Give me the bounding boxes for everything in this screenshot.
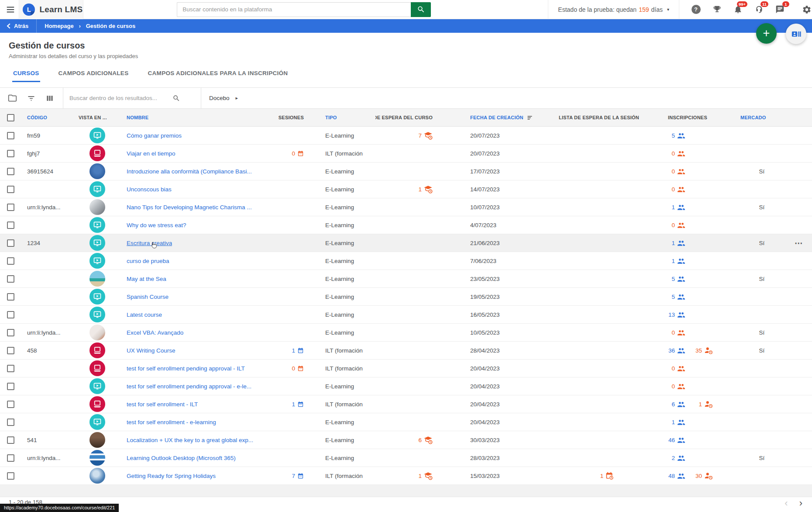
enrollments-count[interactable]: 0 (659, 221, 685, 229)
course-waitlist-count[interactable]: 7 (418, 131, 433, 140)
enrollments-count[interactable]: 46 (659, 436, 685, 444)
manage-columns-button[interactable] (45, 94, 54, 103)
table-row[interactable]: urn:li:lynda...Learning Outlook Desktop … (0, 449, 812, 467)
enrollments-count[interactable]: 1 (659, 419, 685, 426)
table-row[interactable]: 36915624Introduzione alla conformità (Co… (0, 163, 812, 180)
help-button[interactable]: ? (691, 4, 701, 15)
table-row[interactable]: Getting Ready for Spring Holidays7ILT (f… (0, 467, 812, 485)
row-checkbox[interactable] (7, 275, 14, 283)
row-checkbox[interactable] (7, 454, 14, 462)
course-name-link[interactable]: test for self enrollment pending approva… (127, 383, 251, 390)
column-header-inscripciones[interactable]: INSCRIPCIONES (659, 109, 738, 126)
folder-view-button[interactable] (8, 93, 17, 103)
breadcrumb-current[interactable]: Gestión de cursos (86, 23, 135, 29)
enrollments-count[interactable]: 48 (659, 472, 685, 480)
row-checkbox[interactable] (7, 204, 14, 211)
row-checkbox[interactable] (7, 150, 14, 157)
enrollments-count[interactable]: 0 (659, 383, 685, 390)
source-selector[interactable]: Docebo ▸ (201, 95, 246, 101)
tab-campos-adicionales[interactable]: CAMPOS ADICIONALES (58, 70, 130, 82)
column-header-nombre[interactable]: NOMBRE (120, 109, 271, 126)
table-row[interactable]: Spanish CourseE-Learning19/05/20235 (0, 288, 812, 306)
sessions-count[interactable]: 7 (292, 473, 304, 479)
table-row[interactable]: Latest courseE-Learning16/05/202313 (0, 306, 812, 324)
pending-enrollments-count[interactable]: 35 (692, 346, 713, 354)
column-header-c-digo[interactable]: CÓDIGO (22, 109, 74, 126)
tab-cursos[interactable]: CURSOS (12, 70, 40, 82)
enrollments-count[interactable]: 5 (659, 293, 685, 301)
table-row[interactable]: test for self enrollment - ILT1ILT (form… (0, 395, 812, 413)
enrollments-count[interactable]: 5 (659, 275, 685, 283)
course-name-link[interactable]: Viajar en el tiempo (127, 150, 175, 157)
course-name-link[interactable]: test for self enrollment - ILT (127, 401, 198, 408)
course-name-link[interactable]: Unconscous bias (127, 186, 172, 193)
table-row[interactable]: test for self enrollment pending approva… (0, 377, 812, 395)
breadcrumb-homepage[interactable]: Homepage (45, 23, 73, 29)
table-row[interactable]: fghj7Viajar en el tiempo0ILT (formación2… (0, 145, 812, 163)
enrollments-count[interactable]: 5 (659, 132, 685, 139)
course-waitlist-count[interactable]: 6 (418, 436, 433, 444)
table-row[interactable]: May at the SeaE-Learning23/05/20235Sí (0, 270, 812, 288)
table-row[interactable]: urn:li:lynda...Nano Tips for Developing … (0, 198, 812, 216)
course-waitlist-count[interactable]: 1 (418, 185, 433, 194)
row-checkbox[interactable] (7, 419, 14, 426)
select-all-checkbox[interactable] (7, 114, 14, 121)
enrollments-count[interactable]: 0 (659, 329, 685, 336)
app-logo[interactable]: L Learn LMS (19, 0, 83, 19)
column-header-sesiones[interactable]: SESIONES (271, 109, 310, 126)
global-search-input[interactable] (177, 2, 411, 17)
enrollments-count[interactable]: 0 (659, 168, 685, 175)
course-name-link[interactable]: May at the Sea (127, 276, 166, 282)
row-checkbox[interactable] (7, 132, 14, 139)
enrollments-count[interactable]: 1 (659, 204, 685, 211)
sessions-count[interactable]: 0 (292, 150, 304, 157)
prev-page-button[interactable]: ‹ (784, 498, 788, 508)
gamification-button[interactable] (712, 4, 722, 15)
global-search-button[interactable] (411, 2, 431, 17)
tab-campos-adicionales-para-la-inscripci-n[interactable]: CAMPOS ADICIONALES PARA LA INSCRIPCIÓN (147, 70, 289, 82)
table-row[interactable]: 458UX Writing Course1ILT (formación28/04… (0, 342, 812, 360)
column-header-lista-de-espera-de-la-sesi-n[interactable]: LISTA DE ESPERA DE LA SESIÓN (554, 109, 659, 126)
table-row[interactable]: Why do we stress eat?E-Learning4/07/2023… (0, 216, 812, 234)
course-name-link[interactable]: UX Writing Course (127, 347, 175, 354)
enrollments-count[interactable]: 13 (659, 311, 685, 318)
course-name-link[interactable]: Introduzione alla conformità (Compliance… (127, 168, 252, 175)
row-checkbox[interactable] (7, 365, 14, 372)
course-name-link[interactable]: test for self enrollment pending approva… (127, 365, 245, 372)
enrollments-count[interactable]: 2 (659, 454, 685, 462)
course-name-link[interactable]: Nano Tips for Developing Magnetic Charis… (127, 204, 252, 211)
course-name-link[interactable]: Cómo ganar premios (127, 132, 182, 139)
row-checkbox[interactable] (7, 472, 14, 480)
table-row[interactable]: curso de pruebaE-Learning7/06/20231 (0, 252, 812, 270)
table-row[interactable]: 541Localization + UX the key to a great … (0, 431, 812, 449)
row-checkbox[interactable] (7, 221, 14, 229)
settings-button[interactable] (802, 4, 812, 15)
table-row[interactable]: test for self enrollment - e-learningE-L… (0, 413, 812, 431)
row-checkbox[interactable] (7, 168, 14, 175)
table-row[interactable]: urn:li:lynda...Excel VBA: AvançadoE-Lear… (0, 324, 812, 342)
back-button[interactable]: Atrás (6, 23, 28, 29)
row-checkbox[interactable] (7, 186, 14, 193)
filter-button[interactable] (27, 93, 36, 103)
results-search-input[interactable] (63, 95, 172, 101)
column-header-vista-en[interactable]: VISTA EN ... (74, 109, 120, 126)
row-checkbox[interactable] (7, 257, 14, 265)
pending-enrollments-count[interactable]: 30 (692, 472, 713, 480)
row-checkbox[interactable] (7, 239, 14, 247)
enrollments-count[interactable]: 1 (659, 257, 685, 265)
table-row[interactable]: 1234Escritura creativaE-Learning21/06/20… (0, 234, 812, 252)
sessions-count[interactable]: 0 (292, 365, 304, 372)
table-row[interactable]: Unconscous biasE-Learning114/07/20230 (0, 180, 812, 198)
enrollments-count[interactable]: 36 (659, 347, 685, 354)
course-name-link[interactable]: curso de prueba (127, 258, 169, 264)
column-header-mercado[interactable]: MERCADO (738, 109, 786, 126)
row-checkbox[interactable] (7, 383, 14, 390)
enrollments-count[interactable]: 6 (659, 401, 685, 408)
enrollments-count[interactable]: 0 (659, 186, 685, 193)
row-checkbox[interactable] (7, 311, 14, 318)
messages-button[interactable]: 1 (774, 4, 785, 15)
row-menu-button[interactable]: ⋯ (795, 238, 803, 248)
course-name-link[interactable]: test for self enrollment - e-learning (127, 419, 216, 426)
course-name-link[interactable]: Localization + UX the key to a great glo… (127, 437, 253, 443)
column-header-fecha-de-creaci-n[interactable]: FECHA DE CREACIÓN (465, 109, 554, 126)
